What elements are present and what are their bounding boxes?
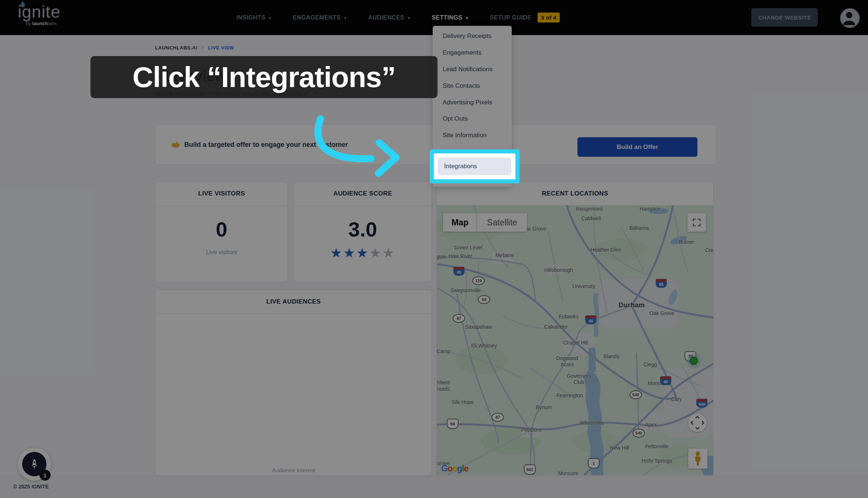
menu-item-integrations[interactable]: Integrations bbox=[438, 158, 511, 175]
integrations-highlight-box: Integrations bbox=[430, 149, 519, 183]
integrations-highlight-inner: Integrations bbox=[434, 153, 515, 179]
liveview-page: ignite by launchlabs INSIGHTS▼ENGAGEMENT… bbox=[0, 0, 868, 498]
tutorial-tooltip: Click “Integrations” bbox=[90, 56, 438, 98]
